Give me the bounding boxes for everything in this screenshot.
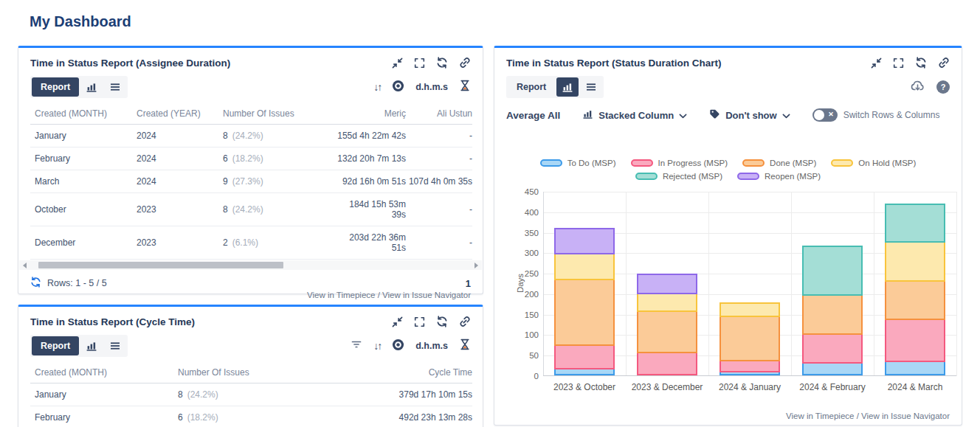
bar-segment[interactable] xyxy=(802,246,863,296)
scroll-left-icon[interactable] xyxy=(23,263,27,268)
legend-item[interactable]: Reopen (MSP) xyxy=(737,172,821,181)
y-tick-label: 200 xyxy=(509,290,539,299)
refresh-rows-icon[interactable] xyxy=(30,277,41,290)
chart-view-icon[interactable] xyxy=(80,77,103,97)
bar-segment[interactable] xyxy=(637,274,697,294)
bar-segment[interactable] xyxy=(554,344,615,369)
stacked-column-chart: Days 0501001502002503003504004502023 & O… xyxy=(543,192,956,376)
page-number[interactable]: 1 xyxy=(466,278,471,289)
collapse-icon[interactable] xyxy=(392,316,403,327)
chart-view-icon[interactable] xyxy=(80,336,103,355)
refresh-icon[interactable] xyxy=(915,57,927,69)
refresh-icon[interactable] xyxy=(436,57,448,69)
bar-segment[interactable] xyxy=(885,319,945,362)
y-tick-label: 50 xyxy=(509,351,539,360)
bar-segment[interactable] xyxy=(720,360,780,372)
view-links[interactable]: View in Timepiece / View in Issue Naviga… xyxy=(774,411,962,426)
sort-icon[interactable]: ↓↑ xyxy=(373,340,381,352)
fullscreen-icon[interactable] xyxy=(893,58,904,69)
legend-label: Done (MSP) xyxy=(770,159,816,167)
legend-item[interactable]: In Progress (MSP) xyxy=(631,159,728,167)
bar-segment[interactable] xyxy=(802,294,863,335)
refresh-icon[interactable] xyxy=(436,316,448,327)
bar-segment[interactable] xyxy=(802,362,863,375)
link-icon[interactable] xyxy=(459,57,471,69)
gadget-title: Time in Status Report (Assignee Duration… xyxy=(30,58,230,69)
bar-segment[interactable] xyxy=(554,228,615,254)
report-tab[interactable]: Report xyxy=(32,77,79,97)
bar-segment[interactable] xyxy=(637,310,697,353)
chart-legend: To Do (MSP)In Progress (MSP)Done (MSP)On… xyxy=(494,159,962,181)
column-header[interactable]: Number Of Issues xyxy=(223,104,334,125)
cell-year: 2023 xyxy=(137,226,223,260)
fullscreen-icon[interactable] xyxy=(414,58,425,69)
legend-item[interactable]: Done (MSP) xyxy=(742,159,816,167)
labels-dropdown[interactable]: Don't show xyxy=(709,108,790,122)
column-header[interactable]: Number Of Issues xyxy=(178,363,337,383)
cell-issue-count: 6(18.2%) xyxy=(178,406,337,427)
cell-issue-count: 9(27.3%) xyxy=(223,170,334,193)
bar-segment[interactable] xyxy=(885,241,945,282)
menu-icon[interactable] xyxy=(580,77,602,97)
bar-segment[interactable] xyxy=(637,293,697,312)
x-axis-category-label: 2024 & January xyxy=(708,382,791,392)
filter-icon[interactable] xyxy=(351,339,362,353)
collapse-icon[interactable] xyxy=(392,58,403,69)
scrollbar-thumb[interactable] xyxy=(38,262,283,268)
hourglass-icon[interactable] xyxy=(459,339,471,353)
column-header[interactable]: Created (MONTH) xyxy=(30,363,178,383)
menu-icon[interactable] xyxy=(104,77,126,97)
bar-segment[interactable] xyxy=(885,361,945,375)
bar-segment[interactable] xyxy=(554,279,615,346)
menu-icon[interactable] xyxy=(104,336,126,355)
link-icon[interactable] xyxy=(938,57,950,69)
column-header[interactable]: Created (YEAR) xyxy=(137,104,223,125)
bar-segment[interactable] xyxy=(885,280,945,320)
issue-count: 2 xyxy=(223,237,228,248)
issue-percent: (27.3%) xyxy=(232,176,263,187)
link-icon[interactable] xyxy=(459,316,471,327)
chart-type-dropdown[interactable]: Stacked Column xyxy=(582,108,687,122)
column-header[interactable]: Meriç xyxy=(334,104,406,125)
eye-icon[interactable] xyxy=(392,339,404,354)
bar-segment[interactable] xyxy=(802,333,863,364)
bar-segment[interactable] xyxy=(720,302,780,317)
gridline xyxy=(956,192,957,376)
duration-format-label[interactable]: d.h.m.s xyxy=(415,82,448,92)
legend-item[interactable]: Rejected (MSP) xyxy=(635,172,722,181)
legend-label: To Do (MSP) xyxy=(567,159,616,167)
column-header[interactable]: Created (MONTH) xyxy=(30,104,137,125)
sort-icon[interactable]: ↓↑ xyxy=(373,81,381,93)
scroll-right-icon[interactable] xyxy=(475,263,478,268)
issue-percent: (24.2%) xyxy=(232,204,263,215)
download-icon[interactable] xyxy=(911,80,925,94)
bar-segment[interactable] xyxy=(554,253,615,280)
view-links[interactable]: View in Timepiece / View in Issue Naviga… xyxy=(18,290,483,305)
legend-swatch xyxy=(831,159,853,167)
eye-icon[interactable] xyxy=(392,80,404,95)
legend-item[interactable]: To Do (MSP) xyxy=(540,159,616,167)
switch-rows-columns-toggle[interactable]: ✕ xyxy=(812,108,838,122)
hourglass-icon[interactable] xyxy=(459,80,471,94)
bar-segment[interactable] xyxy=(637,352,697,375)
column-header[interactable]: Ali Ustun xyxy=(406,104,472,125)
chart-view-icon[interactable] xyxy=(556,77,579,97)
column-header[interactable]: Cycle Time xyxy=(337,363,472,383)
cell-month: October xyxy=(30,193,137,226)
report-tab[interactable]: Report xyxy=(32,336,79,355)
horizontal-scrollbar[interactable] xyxy=(19,260,482,270)
y-tick-label: 400 xyxy=(509,208,539,217)
cell-issue-count: 8(24.2%) xyxy=(223,125,334,147)
cell-duration: 155d 4h 22m 42s xyxy=(334,125,406,147)
legend-item[interactable]: On Hold (MSP) xyxy=(831,159,916,167)
cell-issue-count: 8(24.2%) xyxy=(178,383,337,406)
bar-segment[interactable] xyxy=(720,316,780,361)
duration-format-label[interactable]: d.h.m.s xyxy=(415,341,448,351)
average-all-label[interactable]: Average All xyxy=(506,110,560,121)
report-tab[interactable]: Report xyxy=(508,77,555,97)
help-icon[interactable]: ? xyxy=(936,80,950,94)
switch-rows-columns-label: Switch Rows & Columns xyxy=(843,110,940,120)
collapse-icon[interactable] xyxy=(871,58,882,69)
bar-segment[interactable] xyxy=(885,204,945,243)
fullscreen-icon[interactable] xyxy=(414,316,425,327)
